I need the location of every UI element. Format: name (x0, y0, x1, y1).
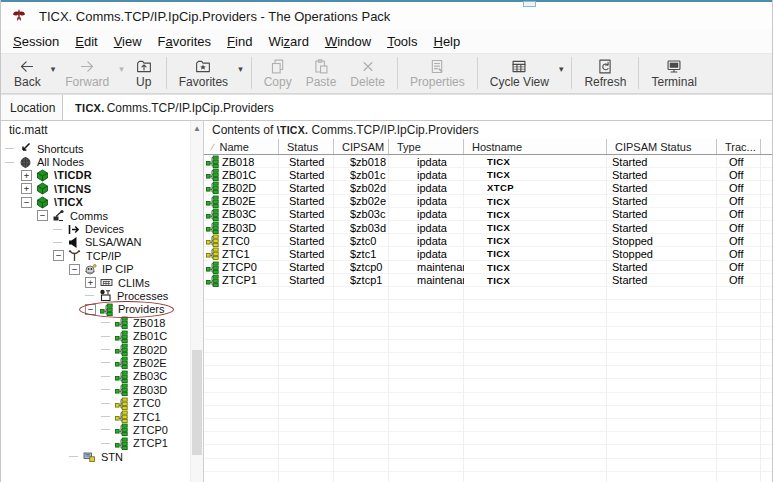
tree-item-ztc1[interactable]: ZTC1 (1, 410, 203, 423)
tree-item-ztcp1[interactable]: ZTCP1 (1, 437, 203, 450)
tree-item-stn[interactable]: STN (1, 450, 203, 463)
cell-value: Off (729, 182, 743, 194)
expand-icon[interactable]: + (85, 277, 96, 288)
menu-window[interactable]: Window (317, 31, 379, 52)
tree-item-comms[interactable]: −Comms (1, 209, 203, 222)
copy-button[interactable]: Copy (257, 56, 299, 89)
menu-tools[interactable]: Tools (379, 31, 425, 52)
column-header-type[interactable]: Type (389, 139, 464, 154)
scroll-up-button[interactable]: ▲ (191, 121, 203, 135)
paste-button[interactable]: Paste (299, 56, 344, 89)
cell-value: ipdata (417, 222, 447, 234)
table-row-zb03d[interactable]: ZB03DStarted$zb03dipdataTICXStartedOff (204, 221, 772, 234)
tree-item-zb018[interactable]: ZB018 (1, 316, 203, 329)
tree-item-label: ZB03D (133, 384, 167, 396)
tree-item-processes[interactable]: Processes (1, 289, 203, 302)
forward-dropdown-caret[interactable]: ▾ (116, 64, 127, 74)
forward-button[interactable]: Forward (58, 56, 116, 89)
scrollbar-thumb[interactable] (192, 350, 202, 455)
provider-green-icon (115, 316, 128, 329)
cell-cipsam: $ztcp0 (334, 261, 389, 273)
menu-favorites[interactable]: Favorites (150, 31, 219, 52)
collapse-icon[interactable]: − (69, 264, 80, 275)
expand-icon[interactable]: + (21, 183, 32, 194)
tree-item-zb03d[interactable]: ZB03D (1, 383, 203, 396)
cycle-view-button[interactable]: Cycle View (483, 56, 556, 89)
tree-item-ticns[interactable]: +\TICNS (1, 182, 203, 195)
table-row-ztcp0[interactable]: ZTCP0Started$ztcp0maintenanceTICXStarted… (204, 261, 772, 274)
table-row-zb03c[interactable]: ZB03CStarted$zb03cipdataTICXStartedOff (204, 208, 772, 221)
cell-value: Started (289, 248, 324, 260)
column-header-trac[interactable]: Trac... (717, 139, 761, 154)
cell-name: ZB01C (204, 168, 279, 181)
back-button[interactable]: Back (7, 56, 48, 89)
tree-item-zb01c[interactable]: ZB01C (1, 329, 203, 342)
favorites-button[interactable]: Favorites (172, 56, 235, 89)
tree-item-zb02d[interactable]: ZB02D (1, 343, 203, 356)
tree-item-providers[interactable]: −Providers (1, 303, 203, 316)
collapse-icon[interactable]: − (85, 304, 96, 315)
table-row-zb018[interactable]: ZB018Started$zb018ipdataTICXStartedOff (204, 155, 772, 168)
up-button[interactable]: Up (127, 56, 161, 89)
back-dropdown-caret[interactable]: ▾ (48, 64, 59, 74)
tree-item-ticx[interactable]: −\TICX (1, 196, 203, 209)
tree-scrollbar[interactable]: ▲ (190, 121, 203, 482)
table-row-ztcp1[interactable]: ZTCP1Started$ztcp1maintenanceTICXStarted… (204, 274, 772, 287)
column-header-hostname[interactable]: Hostname (464, 139, 607, 154)
favorites-dropdown-caret[interactable]: ▾ (235, 64, 246, 74)
cell-value: $zb02e (350, 195, 386, 207)
properties-button[interactable]: Properties (403, 56, 472, 89)
processes-icon (99, 289, 112, 302)
tree-item-slsa-wan[interactable]: SLSA/WAN (1, 236, 203, 249)
cell-value: Started (612, 274, 647, 286)
table-row-ztc0[interactable]: ZTC0Started$ztc0ipdataTICXStoppedOff (204, 234, 772, 247)
collapse-icon[interactable]: − (21, 197, 32, 208)
tree-item-ip-cip[interactable]: −IP CIP (1, 263, 203, 276)
cell-value: ZB02E (222, 195, 256, 207)
collapse-icon[interactable]: − (37, 210, 48, 221)
tree-item-label: ZB02E (133, 357, 167, 369)
table-row-ztc1[interactable]: ZTC1Started$ztc1ipdataTICXStoppedOff (204, 247, 772, 260)
tree-item-ztcp0[interactable]: ZTCP0 (1, 423, 203, 436)
cell-value: TICX (487, 156, 510, 167)
tree-item-label: STN (101, 451, 123, 463)
toolbar-separator (477, 57, 478, 89)
table-row-zb02d[interactable]: ZB02DStarted$zb02dipdataXTCPStartedOff (204, 181, 772, 194)
tree-item-zb02e[interactable]: ZB02E (1, 356, 203, 369)
menu-wizard[interactable]: Wizard (260, 31, 316, 52)
refresh-button[interactable]: Refresh (577, 56, 633, 89)
collapse-icon[interactable]: − (53, 250, 64, 261)
column-header-cipsam[interactable]: CIPSAM (334, 139, 389, 154)
column-header-cipsam-status[interactable]: CIPSAM Status (607, 139, 717, 154)
menu-edit[interactable]: Edit (67, 31, 105, 52)
location-input[interactable]: TICX. Comms.TCP/IP.IpCip.Providers (63, 95, 772, 120)
cell-value: $ztcp1 (350, 274, 382, 286)
cycle-view-dropdown-caret[interactable]: ▾ (556, 64, 567, 74)
menu-help[interactable]: Help (425, 31, 468, 52)
tree-item-devices[interactable]: Devices (1, 222, 203, 235)
table-row-zb02e[interactable]: ZB02EStarted$zb02eipdataTICXStartedOff (204, 195, 772, 208)
tree-item-ztc0[interactable]: ZTC0 (1, 396, 203, 409)
table-row-zb01c[interactable]: ZB01CStarted$zb01cipdataTICXStartedOff (204, 168, 772, 181)
tree-item-zb03c[interactable]: ZB03C (1, 370, 203, 383)
tree-item-all-nodes[interactable]: All Nodes (1, 155, 203, 168)
tree-item-shortcuts[interactable]: Shortcuts (1, 142, 203, 155)
delete-button[interactable]: Delete (343, 56, 392, 89)
terminal-button[interactable]: Terminal (644, 56, 703, 89)
up-icon (134, 57, 154, 75)
tree-item-tcp-ip[interactable]: −TCP/IP (1, 249, 203, 262)
column-header-name[interactable]: ∕Name (204, 139, 279, 154)
location-bar: Location TICX. Comms.TCP/IP.IpCip.Provid… (1, 94, 772, 121)
cell-value: TICX (487, 196, 510, 207)
column-header-status[interactable]: Status (279, 139, 334, 154)
speaker-icon (67, 236, 80, 249)
menu-session[interactable]: Session (5, 31, 67, 52)
menu-view[interactable]: View (106, 31, 150, 52)
expand-icon[interactable]: + (21, 170, 32, 181)
tree-item-ticdr[interactable]: +\TICDR (1, 169, 203, 182)
tree-item-clims[interactable]: +CLIMs (1, 276, 203, 289)
cell-value: ZTCP1 (222, 274, 257, 286)
cell-status: Started (279, 222, 334, 234)
menu-find[interactable]: Find (219, 31, 260, 52)
provider-green-icon (115, 343, 128, 356)
